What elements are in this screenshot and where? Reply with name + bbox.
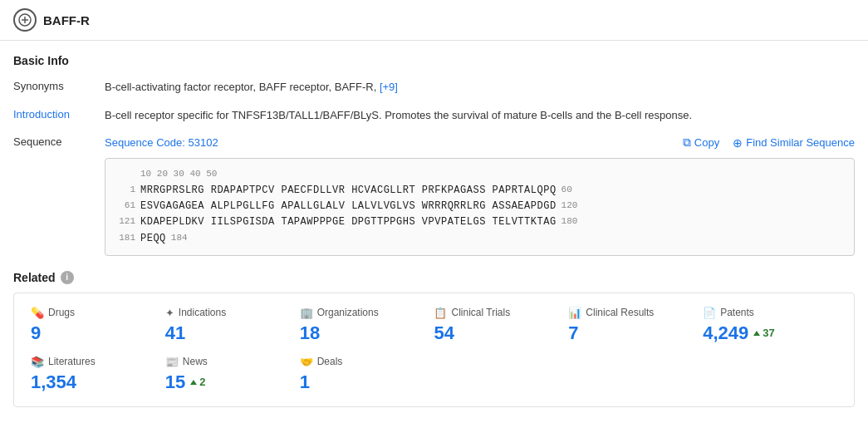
trend-number: 2 [199, 376, 205, 388]
card-label-text: Organizations [317, 307, 379, 318]
card-value: 4,249 [703, 322, 748, 344]
basic-info-section-title: Basic Info [13, 54, 855, 67]
related-title: Related i [13, 271, 855, 284]
card-label-text: Clinical Results [586, 307, 654, 318]
card-spacer [703, 356, 837, 393]
card-trend: 37 [753, 327, 774, 339]
card-spacer [434, 356, 568, 393]
related-card-item[interactable]: 🤝 Deals 1 [300, 356, 434, 393]
related-card-item[interactable]: 📋 Clinical Trials 54 [434, 307, 568, 344]
seq-text: ESVGAGAGEA ALPLPGLLFG APALLGLALV LALVLVG… [140, 199, 557, 214]
sequence-box: 10 20 30 40 50 1MRRGPRSLRG RDAPAPTPCV PA… [105, 158, 855, 256]
trend-arrow-up-icon [753, 331, 760, 336]
seq-start-num: 61 [117, 199, 140, 214]
card-label-text: Patents [720, 307, 754, 318]
related-card-item[interactable]: 📰 News 15 2 [165, 356, 300, 393]
card-type-icon: 📊 [568, 307, 581, 319]
card-type-icon: 🏢 [300, 307, 313, 319]
card-value: 15 [165, 371, 185, 393]
card-type-icon: 🤝 [300, 356, 313, 368]
card-label: 🤝 Deals [300, 356, 434, 368]
sequence-line: 181PEQQ184 [117, 231, 842, 247]
trend-arrow-up-icon [190, 380, 197, 385]
card-value: 18 [300, 322, 434, 344]
card-label-text: News [183, 356, 208, 367]
sequence-lines: 1MRRGPRSLRG RDAPAPTPCV PAECFDLLVR HCVACG… [117, 183, 842, 247]
find-similar-label: Find Similar Sequence [746, 136, 855, 149]
copy-icon: ⧉ [683, 135, 691, 150]
synonyms-value: B-cell-activating factor receptor, BAFF … [105, 79, 855, 96]
related-card-item[interactable]: 📚 Literatures 1,354 [31, 356, 165, 393]
seq-end-num: 180 [562, 214, 578, 230]
trend-number: 37 [763, 327, 774, 339]
card-label: 🏢 Organizations [300, 307, 434, 319]
card-label-text: Literatures [48, 356, 96, 367]
related-title-text: Related [13, 271, 56, 284]
main-content: Basic Info Synonyms B-cell-activating fa… [0, 41, 868, 256]
entity-icon [13, 8, 37, 32]
related-card-item[interactable]: 📊 Clinical Results 7 [568, 307, 703, 344]
seq-text: PEQQ [140, 231, 166, 247]
card-label-text: Indications [179, 307, 226, 318]
related-info-icon[interactable]: i [61, 271, 74, 284]
sequence-actions: ⧉ Copy ⊕ Find Similar Sequence [683, 135, 855, 150]
sequence-header: Sequence Code: 53102 ⧉ Copy ⊕ Find Simil… [105, 135, 855, 151]
page-title: BAFF-R [43, 13, 90, 27]
card-value-row: 15 2 [165, 371, 300, 393]
card-label-text: Clinical Trials [451, 307, 510, 318]
card-label-text: Deals [317, 356, 343, 367]
seq-start-num: 181 [117, 231, 140, 247]
card-label: 💊 Drugs [31, 307, 165, 319]
synonyms-more-link[interactable]: [+9] [380, 81, 398, 93]
related-card-item[interactable]: 💊 Drugs 9 [31, 307, 165, 344]
card-type-icon: 📄 [703, 307, 716, 319]
seq-start-num: 121 [117, 214, 140, 230]
card-trend: 2 [190, 376, 205, 388]
related-card-item[interactable]: 🏢 Organizations 18 [300, 307, 434, 344]
related-card-item[interactable]: 📄 Patents 4,249 37 [703, 307, 837, 344]
card-value: 1,354 [31, 371, 165, 393]
sequence-ruler: 10 20 30 40 50 [140, 167, 842, 182]
page-header: BAFF-R [0, 0, 868, 41]
sequence-code-link[interactable]: Sequence Code: 53102 [105, 135, 218, 151]
related-cards-row1: 💊 Drugs 9 ✦ Indications 41 🏢 Organizatio… [31, 307, 837, 344]
card-label: 📋 Clinical Trials [434, 307, 568, 319]
related-cards-container: 💊 Drugs 9 ✦ Indications 41 🏢 Organizatio… [13, 293, 855, 407]
seq-text: KDAPEPLDKV IILSPGISDA TAPAWPPPGE DPGTTPP… [140, 214, 557, 230]
card-label: 📚 Literatures [31, 356, 165, 368]
card-label-text: Drugs [48, 307, 75, 318]
introduction-row: Introduction B-cell receptor specific fo… [13, 107, 855, 124]
seq-start-num: 1 [117, 183, 140, 199]
seq-end-num: 60 [562, 183, 572, 199]
card-type-icon: ✦ [165, 307, 174, 319]
sequence-content: Sequence Code: 53102 ⧉ Copy ⊕ Find Simil… [105, 135, 855, 256]
find-similar-button[interactable]: ⊕ Find Similar Sequence [733, 136, 855, 150]
related-cards-row2: 📚 Literatures 1,354 📰 News 15 2 🤝 Deals [31, 356, 837, 393]
synonyms-label: Synonyms [13, 79, 105, 92]
seq-end-num: 120 [562, 199, 578, 214]
card-label: 📊 Clinical Results [568, 307, 703, 319]
card-value: 41 [165, 322, 300, 344]
sequence-row: Sequence Sequence Code: 53102 ⧉ Copy ⊕ F… [13, 135, 855, 256]
card-value: 54 [434, 322, 568, 344]
card-spacer [568, 356, 703, 393]
card-type-icon: 📰 [165, 356, 179, 368]
find-similar-icon: ⊕ [733, 136, 743, 150]
sequence-line: 121KDAPEPLDKV IILSPGISDA TAPAWPPPGE DPGT… [117, 214, 842, 230]
card-value: 1 [300, 371, 434, 393]
card-type-icon: 📋 [434, 307, 447, 319]
synonyms-row: Synonyms B-cell-activating factor recept… [13, 79, 855, 96]
card-label: ✦ Indications [165, 307, 300, 319]
introduction-label[interactable]: Introduction [13, 107, 105, 121]
related-card-item[interactable]: ✦ Indications 41 [165, 307, 300, 344]
card-value-row: 4,249 37 [703, 322, 837, 344]
copy-button[interactable]: ⧉ Copy [683, 135, 719, 150]
introduction-value: B-cell receptor specific for TNFSF13B/TA… [105, 107, 855, 124]
related-section: Related i 💊 Drugs 9 ✦ Indications 41 🏢 O… [0, 271, 868, 407]
card-label: 📄 Patents [703, 307, 837, 319]
seq-text: MRRGPRSLRG RDAPAPTPCV PAECFDLLVR HCVACGL… [140, 183, 557, 199]
seq-end-num: 184 [171, 231, 188, 247]
sequence-label: Sequence [13, 135, 105, 148]
sequence-line: 1MRRGPRSLRG RDAPAPTPCV PAECFDLLVR HCVACG… [117, 183, 842, 199]
card-type-icon: 📚 [31, 356, 44, 368]
